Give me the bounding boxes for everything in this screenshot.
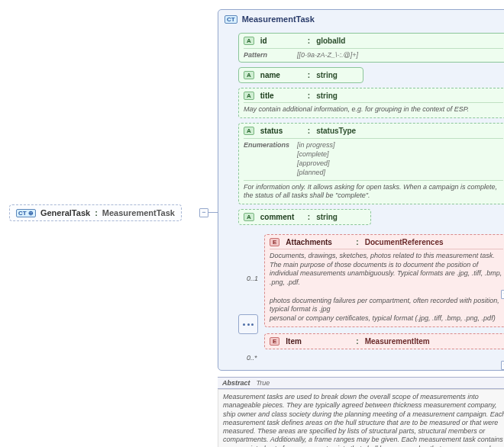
abstract-label: Abstract (222, 379, 250, 387)
attribute-icon: A (244, 213, 254, 221)
complextype-description: Measurement tasks are used to break down… (218, 389, 504, 447)
main-complextype-box: CT MeasurementTask A id : globalId Patte… (218, 9, 504, 371)
attribute-title[interactable]: A title : string May contain additional … (238, 88, 504, 118)
enumerations-list: [in progress] [complete] [approved] [pla… (297, 141, 335, 178)
attribute-description: For information only. It allows asking f… (244, 180, 503, 201)
main-complextype-header[interactable]: CT MeasurementTask (225, 14, 504, 28)
root-name: GeneralTask (40, 208, 90, 217)
connector (208, 212, 218, 213)
root-complextype[interactable]: CT ⊕ GeneralTask : MeasurementTask (9, 204, 182, 221)
sequence-compositor-icon[interactable] (238, 314, 258, 334)
attribute-icon: A (244, 37, 254, 45)
expand-toggle[interactable]: + (501, 361, 504, 370)
complextype-icon: CT (225, 15, 237, 24)
attribute-comment[interactable]: A comment : string (238, 209, 371, 225)
multiplicity-label: 0..* (247, 354, 257, 362)
expand-toggle[interactable]: + (501, 290, 504, 299)
pattern-value: [[0-9a-zA-Z_\-:.@]+] (297, 51, 358, 59)
pattern-label: Pattern (244, 51, 291, 59)
complextype-icon: CT ⊕ (16, 209, 36, 217)
expand-toggle[interactable]: − (199, 208, 208, 217)
enumerations-label: Enumerations (244, 141, 291, 149)
abstract-value: True (257, 379, 270, 387)
root-type: MeasurementTask (102, 208, 175, 217)
element-attachments[interactable]: E Attachments : DocumentReferences Docum… (264, 234, 504, 327)
element-item[interactable]: E Item : MeasurementItem (264, 333, 504, 349)
element-description: Documents, drawings, sketches, photos re… (270, 249, 503, 323)
multiplicity-label: 0..1 (247, 275, 258, 282)
main-complextype-name: MeasurementTask (242, 14, 315, 24)
attribute-name[interactable]: A name : string (238, 67, 363, 83)
attribute-icon: A (244, 71, 254, 79)
element-icon: E (270, 337, 279, 346)
element-icon: E (270, 238, 279, 246)
attribute-status[interactable]: A status : statusType Enumerations [in p… (238, 123, 504, 204)
attribute-description: May contain additional information, e.g.… (244, 102, 503, 114)
abstract-property: Abstract True (218, 377, 504, 389)
attribute-id[interactable]: A id : globalId Pattern [[0-9a-zA-Z_\-:.… (238, 33, 504, 63)
attribute-icon: A (244, 92, 254, 100)
attribute-icon: A (244, 127, 254, 135)
